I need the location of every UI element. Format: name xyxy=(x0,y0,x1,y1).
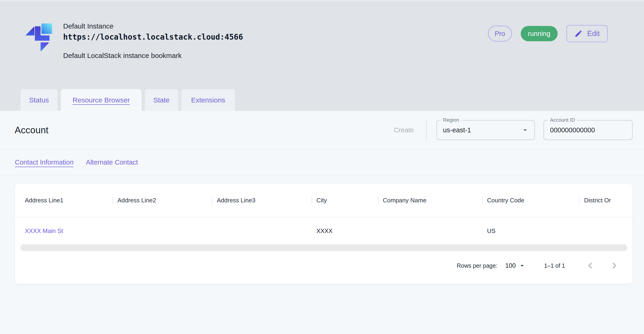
instance-subtitle: Default LocalStack instance bookmark xyxy=(63,52,243,60)
chevron-down-icon xyxy=(521,126,529,134)
pencil-icon xyxy=(574,29,583,38)
column-header-address-line1: Address Line1 xyxy=(15,197,112,204)
rows-per-page-label: Rows per page: xyxy=(457,262,497,269)
pagination-range: 1–1 of 1 xyxy=(544,262,565,269)
pro-badge-label: Pro xyxy=(495,30,505,37)
account-subtabs: Contact Information Alternate Contact xyxy=(0,150,644,175)
toolbar-divider xyxy=(426,119,427,141)
account-id-input[interactable] xyxy=(550,126,627,134)
pro-badge: Pro xyxy=(488,26,512,41)
account-id-field-label: Account ID xyxy=(548,117,577,123)
chevron-left-icon xyxy=(585,261,595,271)
tab-state[interactable]: State xyxy=(145,89,178,111)
caret-down-icon xyxy=(519,262,526,269)
status-badge-label: running xyxy=(528,30,550,37)
instance-identity: Default Instance https://localhost.local… xyxy=(23,22,243,60)
chevron-right-icon xyxy=(609,261,620,271)
instance-header: Default Instance https://localhost.local… xyxy=(0,0,644,111)
previous-page-button[interactable] xyxy=(585,261,595,271)
tab-status[interactable]: Status xyxy=(20,89,58,111)
page-title: Account xyxy=(15,125,48,135)
table-row: XXXX Main St XXXX US xyxy=(15,218,632,244)
cell-city: XXXX xyxy=(312,227,378,235)
tab-status-label: Status xyxy=(29,96,49,104)
region-select[interactable]: Region us-east-1 xyxy=(436,120,535,140)
contact-information-table-card: Address Line1 Address Line2 Address Line… xyxy=(15,183,632,284)
table-header-row: Address Line1 Address Line2 Address Line… xyxy=(15,184,632,217)
account-id-field-wrap: Account ID xyxy=(544,120,632,140)
tab-extensions-label: Extensions xyxy=(191,96,225,104)
edit-button[interactable]: Edit xyxy=(566,25,608,42)
rows-per-page-select[interactable]: 100 xyxy=(506,262,526,269)
instance-title: Default Instance xyxy=(63,22,243,30)
subtab-contact-information[interactable]: Contact Information xyxy=(15,159,74,166)
cell-country-code: US xyxy=(482,227,579,235)
region-select-label: Region xyxy=(441,117,462,123)
column-header-district: District Or xyxy=(579,197,632,204)
tab-extensions[interactable]: Extensions xyxy=(181,89,235,111)
next-page-button[interactable] xyxy=(609,261,620,271)
tab-state-label: State xyxy=(153,96,170,104)
localstack-logo-icon xyxy=(23,22,56,52)
pagination: Rows per page: 100 1–1 of 1 xyxy=(457,257,620,274)
column-header-country-code: Country Code xyxy=(482,197,579,204)
rows-per-page-value: 100 xyxy=(506,262,516,269)
region-select-value: us-east-1 xyxy=(443,126,521,134)
tab-resource-browser[interactable]: Resource Browser xyxy=(61,89,142,111)
service-toolbar: Account Create Region us-east-1 Account … xyxy=(0,111,644,150)
column-header-address-line2: Address Line2 xyxy=(112,197,212,204)
create-button[interactable]: Create xyxy=(394,126,414,134)
status-badge: running xyxy=(521,26,558,41)
column-header-company-name: Company Name xyxy=(378,197,482,204)
edit-button-label: Edit xyxy=(587,29,600,38)
column-header-address-line3: Address Line3 xyxy=(212,197,312,204)
cell-address-line1-link[interactable]: XXXX Main St xyxy=(25,227,63,234)
resource-browser-panel: Account Create Region us-east-1 Account … xyxy=(0,111,644,334)
column-header-city: City xyxy=(312,197,378,204)
tab-resource-browser-label: Resource Browser xyxy=(73,96,130,104)
horizontal-scrollbar[interactable] xyxy=(20,244,627,251)
instance-tabs: Status Resource Browser State Extensions xyxy=(20,89,235,111)
subtab-alternate-contact[interactable]: Alternate Contact xyxy=(86,159,138,166)
instance-url: https://localhost.localstack.cloud:4566 xyxy=(63,32,243,41)
